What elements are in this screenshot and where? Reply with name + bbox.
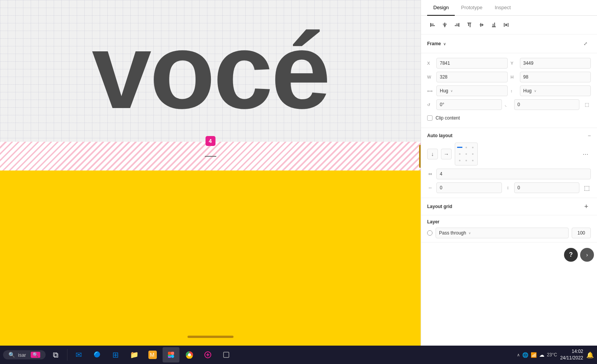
tab-design[interactable]: Design — [427, 0, 455, 16]
notification-icon[interactable]: 🔔 — [586, 351, 594, 359]
direction-down-btn[interactable]: ↓ — [427, 149, 438, 159]
taskbar-search[interactable]: 🔍 isar 🔍 — [3, 350, 46, 359]
taskbar-taskview[interactable]: ⧉ — [47, 347, 64, 362]
frame-expand-btn[interactable]: ⤢ — [580, 38, 591, 49]
nav-arrow-btn[interactable]: › — [580, 248, 594, 262]
taskbar-chrome[interactable] — [181, 347, 198, 362]
taskbar-app10[interactable] — [218, 347, 235, 362]
direction-right-btn[interactable]: → — [441, 149, 452, 159]
hug-x-select[interactable]: Hug ∨ — [436, 85, 508, 96]
dot-bl — [459, 160, 460, 161]
x-input[interactable] — [436, 58, 508, 69]
align-bar-top — [457, 147, 462, 148]
taskbar-edge[interactable] — [89, 347, 106, 362]
corner-radius-btn[interactable]: ⬚ — [582, 184, 591, 192]
alignment-toolbar — [421, 16, 597, 34]
svg-rect-4 — [443, 24, 447, 25]
dot-mr — [472, 153, 474, 155]
taskbar-right: ∧ 🌐 📶 ☁ 23°C 14:02 24/11/2022 🔔 — [517, 348, 594, 361]
voce-text: vocé — [92, 17, 329, 125]
badge-4: 4 — [206, 136, 215, 146]
svg-rect-3 — [444, 23, 445, 27]
taskbar-divider — [67, 349, 67, 361]
corner-individual-btn[interactable]: ⬚ — [582, 100, 591, 109]
tab-prototype[interactable]: Prototype — [455, 0, 488, 16]
y-input[interactable] — [520, 58, 591, 69]
svg-rect-10 — [468, 23, 469, 26]
voce-section: vocé — [0, 0, 421, 142]
h-label: H — [511, 75, 517, 79]
taskbar-app9[interactable] — [199, 347, 216, 362]
system-clock[interactable]: 14:02 24/11/2022 — [560, 348, 583, 361]
rotation-input[interactable] — [436, 99, 502, 110]
clip-content-checkbox[interactable] — [427, 115, 433, 121]
align-right-btn[interactable] — [452, 20, 462, 30]
auto-layout-gap-row: ⇔ — [427, 169, 591, 179]
svg-rect-24 — [171, 352, 174, 355]
svg-rect-18 — [504, 23, 505, 27]
padding-v-input[interactable] — [514, 182, 580, 193]
auto-layout-more-btn[interactable]: ··· — [580, 149, 591, 159]
search-icon: 🔍 — [8, 352, 15, 358]
align-top-btn[interactable] — [464, 20, 475, 30]
layer-title: Layer — [427, 219, 591, 225]
grid-cell-bl — [457, 158, 462, 164]
taskbar-store[interactable]: ⊞ — [107, 347, 124, 362]
taskbar-badge: 🔍 — [31, 352, 40, 358]
w-input[interactable] — [436, 72, 508, 82]
svg-rect-1 — [431, 24, 434, 25]
h-input[interactable] — [520, 72, 591, 82]
svg-rect-23 — [168, 352, 171, 355]
hug-y-select[interactable]: Hug ∨ — [520, 85, 591, 96]
tray-up-icon[interactable]: ∧ — [517, 353, 520, 357]
svg-text:M: M — [150, 352, 155, 358]
auto-layout-padding-row: ↔ ↕ ⬚ — [427, 182, 591, 193]
panel-footer: ? › — [421, 243, 597, 266]
dot-tr — [472, 147, 474, 148]
align-bottom-btn[interactable] — [488, 20, 499, 30]
gap-icon: ⇔ — [427, 171, 433, 177]
svg-rect-15 — [492, 26, 496, 27]
taskbar-comic[interactable]: M — [144, 347, 161, 362]
align-left-btn[interactable] — [427, 20, 438, 30]
clip-content-label: Clip content — [436, 115, 460, 121]
grid-cell-tc — [463, 144, 469, 150]
alignment-grid[interactable] — [455, 143, 478, 166]
tray-wifi-icon[interactable]: 📶 — [531, 352, 537, 358]
hug-x-label: Hug — [440, 88, 448, 93]
weather-icon[interactable]: ☁ — [539, 352, 544, 358]
frame-dropdown-icon[interactable]: ∨ — [443, 42, 446, 46]
dot-mc — [465, 153, 467, 155]
taskbar-explorer[interactable]: 📁 — [126, 347, 143, 362]
x-label: X — [427, 61, 433, 66]
canvas-area[interactable]: vocé 4 — [0, 0, 421, 346]
tab-inspect[interactable]: Inspect — [488, 0, 517, 16]
padding-h-input[interactable] — [436, 182, 502, 193]
corner-input[interactable] — [514, 99, 580, 110]
yellow-section — [0, 171, 421, 346]
opacity-input[interactable] — [572, 228, 591, 238]
align-middle-btn[interactable] — [476, 20, 487, 30]
blend-mode-icon — [427, 230, 433, 236]
add-grid-btn[interactable]: + — [582, 202, 591, 211]
svg-rect-9 — [467, 23, 471, 23]
svg-rect-20 — [505, 24, 507, 26]
auto-layout-remove-btn[interactable]: − — [588, 133, 591, 139]
distribute-h-btn[interactable] — [501, 20, 511, 30]
taskbar-mail[interactable]: ✉ — [71, 347, 87, 362]
auto-layout-header: Auto layout − — [427, 133, 591, 139]
right-handle[interactable] — [419, 145, 421, 168]
help-button[interactable]: ? — [564, 248, 578, 262]
taskbar-figma[interactable] — [163, 347, 179, 362]
blend-mode-select[interactable]: Pass through ∨ — [436, 228, 569, 238]
grid-cell-tr — [470, 144, 476, 150]
dot-tc — [465, 147, 467, 148]
layer-row: Pass through ∨ — [427, 228, 591, 238]
svg-rect-2 — [431, 25, 435, 26]
gap-input[interactable] — [436, 169, 591, 179]
dot-br — [472, 160, 474, 161]
svg-rect-8 — [455, 25, 459, 26]
tray-network-icon[interactable]: 🌐 — [522, 352, 528, 358]
align-center-h-btn[interactable] — [439, 20, 450, 30]
hug-x-icon: ⟺ — [427, 89, 433, 93]
